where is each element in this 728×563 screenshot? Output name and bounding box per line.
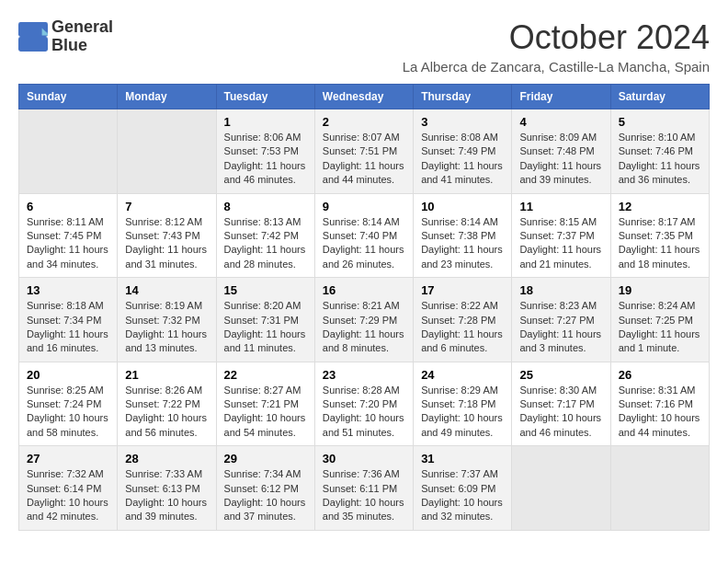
column-header-wednesday: Wednesday xyxy=(314,85,413,109)
calendar-cell: 17Sunrise: 8:22 AMSunset: 7:28 PMDayligh… xyxy=(414,278,512,362)
calendar-week-5: 27Sunrise: 7:32 AMSunset: 6:14 PMDayligh… xyxy=(19,446,710,531)
column-header-thursday: Thursday xyxy=(414,85,512,109)
day-info: Sunrise: 8:08 AMSunset: 7:49 PMDaylight:… xyxy=(421,131,504,188)
day-info: Sunrise: 8:18 AMSunset: 7:34 PMDaylight:… xyxy=(27,299,109,356)
day-number: 1 xyxy=(224,115,307,129)
day-info: Sunrise: 8:19 AMSunset: 7:32 PMDaylight:… xyxy=(125,299,208,356)
column-header-saturday: Saturday xyxy=(610,85,709,109)
calendar-cell xyxy=(610,446,709,531)
day-number: 31 xyxy=(421,452,504,465)
calendar-cell: 10Sunrise: 8:14 AMSunset: 7:38 PMDayligh… xyxy=(414,193,512,278)
day-info: Sunrise: 8:17 AMSunset: 7:35 PMDaylight:… xyxy=(619,215,701,272)
header: General Blue October 2024 La Alberca de … xyxy=(18,18,710,75)
day-number: 11 xyxy=(519,200,602,213)
day-info: Sunrise: 8:06 AMSunset: 7:53 PMDaylight:… xyxy=(224,131,307,188)
day-info: Sunrise: 7:34 AMSunset: 6:12 PMDaylight:… xyxy=(224,467,307,524)
day-number: 17 xyxy=(421,283,504,297)
day-number: 10 xyxy=(421,200,504,213)
day-info: Sunrise: 8:11 AMSunset: 7:45 PMDaylight:… xyxy=(27,215,109,272)
day-info: Sunrise: 8:07 AMSunset: 7:51 PMDaylight:… xyxy=(323,131,405,188)
day-info: Sunrise: 8:24 AMSunset: 7:25 PMDaylight:… xyxy=(619,299,701,356)
calendar-cell: 23Sunrise: 8:28 AMSunset: 7:20 PMDayligh… xyxy=(314,362,413,446)
logo: General Blue xyxy=(18,18,113,55)
calendar-cell: 21Sunrise: 8:26 AMSunset: 7:22 PMDayligh… xyxy=(118,362,216,446)
calendar-cell: 22Sunrise: 8:27 AMSunset: 7:21 PMDayligh… xyxy=(216,362,314,446)
calendar-cell: 28Sunrise: 7:33 AMSunset: 6:13 PMDayligh… xyxy=(118,446,216,531)
calendar-week-4: 20Sunrise: 8:25 AMSunset: 7:24 PMDayligh… xyxy=(19,362,710,446)
calendar-cell xyxy=(512,446,610,531)
calendar-table: SundayMondayTuesdayWednesdayThursdayFrid… xyxy=(18,84,710,531)
day-info: Sunrise: 8:14 AMSunset: 7:40 PMDaylight:… xyxy=(323,215,405,272)
day-info: Sunrise: 8:28 AMSunset: 7:20 PMDaylight:… xyxy=(323,384,405,441)
calendar-cell: 14Sunrise: 8:19 AMSunset: 7:32 PMDayligh… xyxy=(118,278,216,362)
logo-text: General Blue xyxy=(51,18,113,55)
calendar-cell: 15Sunrise: 8:20 AMSunset: 7:31 PMDayligh… xyxy=(216,278,314,362)
day-info: Sunrise: 8:12 AMSunset: 7:43 PMDaylight:… xyxy=(125,215,208,272)
calendar-cell: 12Sunrise: 8:17 AMSunset: 7:35 PMDayligh… xyxy=(610,193,709,278)
calendar-cell: 5Sunrise: 8:10 AMSunset: 7:46 PMDaylight… xyxy=(610,109,709,194)
day-number: 16 xyxy=(323,283,405,297)
calendar-cell: 3Sunrise: 8:08 AMSunset: 7:49 PMDaylight… xyxy=(414,109,512,194)
calendar-cell xyxy=(118,109,216,194)
day-info: Sunrise: 7:37 AMSunset: 6:09 PMDaylight:… xyxy=(421,467,504,524)
calendar-cell: 31Sunrise: 7:37 AMSunset: 6:09 PMDayligh… xyxy=(414,446,512,531)
day-info: Sunrise: 8:27 AMSunset: 7:21 PMDaylight:… xyxy=(224,384,307,441)
calendar-cell: 9Sunrise: 8:14 AMSunset: 7:40 PMDaylight… xyxy=(314,193,413,278)
day-number: 25 xyxy=(519,368,602,382)
day-info: Sunrise: 8:13 AMSunset: 7:42 PMDaylight:… xyxy=(224,215,307,272)
day-info: Sunrise: 8:29 AMSunset: 7:18 PMDaylight:… xyxy=(421,384,504,441)
calendar-cell: 30Sunrise: 7:36 AMSunset: 6:11 PMDayligh… xyxy=(314,446,413,531)
day-number: 22 xyxy=(224,368,307,382)
day-number: 24 xyxy=(421,368,504,382)
day-number: 6 xyxy=(27,200,109,213)
day-number: 8 xyxy=(224,200,307,213)
calendar-week-2: 6Sunrise: 8:11 AMSunset: 7:45 PMDaylight… xyxy=(19,193,710,278)
calendar-cell: 26Sunrise: 8:31 AMSunset: 7:16 PMDayligh… xyxy=(610,362,709,446)
calendar-cell: 25Sunrise: 8:30 AMSunset: 7:17 PMDayligh… xyxy=(512,362,610,446)
calendar-cell: 1Sunrise: 8:06 AMSunset: 7:53 PMDaylight… xyxy=(216,109,314,194)
calendar-cell: 7Sunrise: 8:12 AMSunset: 7:43 PMDaylight… xyxy=(118,193,216,278)
calendar-cell: 27Sunrise: 7:32 AMSunset: 6:14 PMDayligh… xyxy=(19,446,118,531)
day-number: 21 xyxy=(125,368,208,382)
calendar-cell: 19Sunrise: 8:24 AMSunset: 7:25 PMDayligh… xyxy=(610,278,709,362)
calendar-cell: 13Sunrise: 8:18 AMSunset: 7:34 PMDayligh… xyxy=(19,278,118,362)
day-number: 12 xyxy=(619,200,701,213)
day-info: Sunrise: 8:31 AMSunset: 7:16 PMDaylight:… xyxy=(619,384,701,441)
title-block: October 2024 La Alberca de Zancara, Cast… xyxy=(403,18,710,75)
logo-icon xyxy=(18,22,48,52)
day-number: 2 xyxy=(323,115,405,129)
day-info: Sunrise: 7:36 AMSunset: 6:11 PMDaylight:… xyxy=(323,467,405,524)
calendar-cell: 6Sunrise: 8:11 AMSunset: 7:45 PMDaylight… xyxy=(19,193,118,278)
day-info: Sunrise: 8:20 AMSunset: 7:31 PMDaylight:… xyxy=(224,299,307,356)
calendar-cell: 20Sunrise: 8:25 AMSunset: 7:24 PMDayligh… xyxy=(19,362,118,446)
calendar-cell: 11Sunrise: 8:15 AMSunset: 7:37 PMDayligh… xyxy=(512,193,610,278)
day-info: Sunrise: 7:32 AMSunset: 6:14 PMDaylight:… xyxy=(27,467,109,524)
day-number: 14 xyxy=(125,283,208,297)
day-info: Sunrise: 7:33 AMSunset: 6:13 PMDaylight:… xyxy=(125,467,208,524)
calendar-cell: 29Sunrise: 7:34 AMSunset: 6:12 PMDayligh… xyxy=(216,446,314,531)
day-number: 3 xyxy=(421,115,504,129)
day-number: 26 xyxy=(619,368,701,382)
day-info: Sunrise: 8:30 AMSunset: 7:17 PMDaylight:… xyxy=(519,384,602,441)
calendar-cell: 18Sunrise: 8:23 AMSunset: 7:27 PMDayligh… xyxy=(512,278,610,362)
day-number: 29 xyxy=(224,452,307,465)
day-number: 9 xyxy=(323,200,405,213)
day-number: 20 xyxy=(27,368,109,382)
day-number: 5 xyxy=(619,115,701,129)
calendar-cell: 2Sunrise: 8:07 AMSunset: 7:51 PMDaylight… xyxy=(314,109,413,194)
calendar-week-1: 1Sunrise: 8:06 AMSunset: 7:53 PMDaylight… xyxy=(19,109,710,194)
calendar-header-row: SundayMondayTuesdayWednesdayThursdayFrid… xyxy=(19,85,710,109)
page-container: General Blue October 2024 La Alberca de … xyxy=(18,18,710,531)
day-number: 15 xyxy=(224,283,307,297)
day-info: Sunrise: 8:22 AMSunset: 7:28 PMDaylight:… xyxy=(421,299,504,356)
day-number: 4 xyxy=(519,115,602,129)
day-info: Sunrise: 8:25 AMSunset: 7:24 PMDaylight:… xyxy=(27,384,109,441)
calendar-cell: 8Sunrise: 8:13 AMSunset: 7:42 PMDaylight… xyxy=(216,193,314,278)
day-number: 23 xyxy=(323,368,405,382)
day-info: Sunrise: 8:15 AMSunset: 7:37 PMDaylight:… xyxy=(519,215,602,272)
column-header-friday: Friday xyxy=(512,85,610,109)
day-number: 13 xyxy=(27,283,109,297)
day-number: 28 xyxy=(125,452,208,465)
day-info: Sunrise: 8:23 AMSunset: 7:27 PMDaylight:… xyxy=(519,299,602,356)
day-number: 7 xyxy=(125,200,208,213)
